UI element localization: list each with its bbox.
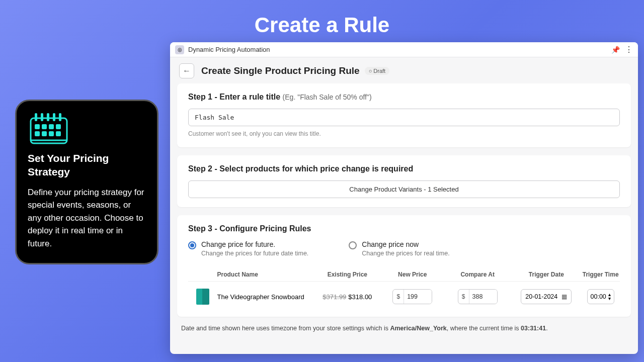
row-product-name: The Videographer Snowboard	[217, 293, 314, 301]
table-row: The Videographer Snowboard $371.99$318.0…	[188, 282, 620, 307]
stepper-icon: ▴▾	[608, 293, 611, 301]
col-trigger-time: Trigger Time	[581, 271, 620, 278]
app-window: ◎ Dynamic Pricing Automation 📌 ⋮ ← Creat…	[170, 42, 638, 354]
step3-title: Step 3 - Configure Pricing Rules	[188, 224, 620, 233]
col-existing-price: Existing Price	[313, 271, 381, 278]
compare-at-input[interactable]: $	[458, 289, 498, 304]
rule-title-input[interactable]	[188, 109, 620, 126]
step1-helper: Customer won't see it, only you can view…	[188, 130, 620, 137]
step3-card: Step 3 - Configure Pricing Rules Change …	[177, 215, 631, 317]
side-card-body: Define your pricing strategy for special…	[28, 186, 146, 250]
window-menu-icon[interactable]: ⋮	[625, 47, 633, 52]
svg-rect-13	[49, 131, 54, 136]
radio-future-sub: Change the prices for future date time.	[201, 250, 308, 257]
radio-icon	[188, 241, 196, 249]
svg-rect-4	[47, 113, 49, 121]
page-header: ← Create Single Product Pricing Rule ○ D…	[170, 57, 638, 83]
back-button[interactable]: ←	[179, 63, 194, 78]
col-product-name: Product Name	[217, 271, 314, 278]
svg-rect-8	[42, 124, 47, 129]
change-variants-button[interactable]: Change Product Variants - 1 Selected	[188, 180, 620, 198]
step2-title: Step 2 - Select products for which price…	[188, 164, 620, 173]
calendar-icon	[28, 112, 70, 144]
radio-future[interactable]: Change price for future. Change the pric…	[188, 240, 308, 257]
pricing-table: Product Name Existing Price New Price Co…	[188, 268, 620, 307]
side-card-heading: Set Your Pricing Strategy	[28, 151, 146, 179]
svg-rect-6	[59, 113, 61, 121]
product-thumb	[196, 289, 209, 305]
app-name: Dynamic Pricing Automation	[188, 46, 611, 53]
status-badge: ○ Draft	[365, 67, 390, 75]
svg-rect-11	[35, 131, 40, 136]
radio-future-label: Change price for future.	[201, 240, 308, 248]
svg-rect-3	[41, 113, 43, 121]
col-compare-at: Compare At	[444, 271, 511, 278]
new-price-input[interactable]: $	[392, 289, 432, 304]
step1-card: Step 1 - Enter a rule title (Eg. "Flash …	[177, 83, 631, 147]
radio-now-label: Change price now	[362, 240, 449, 248]
svg-rect-2	[35, 113, 37, 121]
radio-now[interactable]: Change price now Change the prices for r…	[349, 240, 449, 257]
row-existing-price: $371.99$318.00	[313, 292, 381, 301]
svg-rect-5	[53, 113, 55, 121]
svg-rect-9	[49, 124, 54, 129]
calendar-picker-icon: ▦	[561, 293, 567, 300]
pin-icon[interactable]: 📌	[611, 46, 620, 54]
col-trigger-date: Trigger Date	[511, 271, 581, 278]
trigger-time-input[interactable]: 00:00 ▴▾	[587, 289, 614, 304]
titlebar: ◎ Dynamic Pricing Automation 📌 ⋮	[170, 42, 638, 57]
trigger-date-input[interactable]: 20-01-2024 ▦	[521, 289, 572, 304]
app-logo-icon: ◎	[175, 45, 184, 54]
marketing-side-card: Set Your Pricing Strategy Define your pr…	[15, 100, 158, 264]
svg-rect-14	[56, 131, 61, 136]
radio-icon	[349, 241, 357, 249]
radio-now-sub: Change the prices for real time.	[362, 250, 449, 257]
step2-card: Step 2 - Select products for which price…	[177, 155, 631, 207]
col-new-price: New Price	[381, 271, 444, 278]
svg-rect-7	[35, 124, 40, 129]
page-title: Create Single Product Pricing Rule	[201, 65, 360, 76]
svg-rect-10	[56, 124, 61, 129]
hero-title: Create a Rule	[0, 0, 644, 46]
svg-rect-12	[42, 131, 47, 136]
timezone-note: Date and time shown here uses timezone f…	[181, 325, 627, 332]
step1-title: Step 1 - Enter a rule title (Eg. "Flash …	[188, 93, 620, 102]
